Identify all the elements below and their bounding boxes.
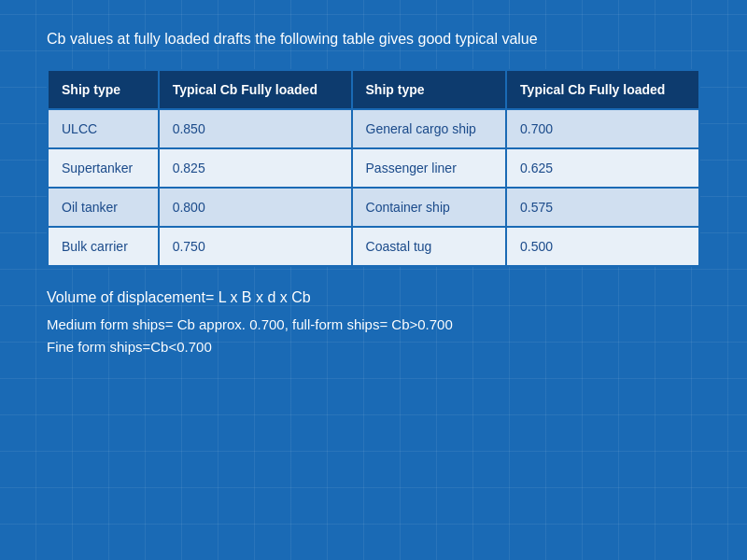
cell-cb1: 0.750 <box>159 227 352 266</box>
col-header-ship-type-1: Ship type <box>48 70 159 109</box>
displacement-formula: Volume of displacement= L x B x d x Cb <box>47 286 700 310</box>
cell-ship1: Bulk carrier <box>48 227 159 266</box>
cb-values-table: Ship type Typical Cb Fully loaded Ship t… <box>47 69 700 267</box>
intro-text: Cb values at fully loaded drafts the fol… <box>47 28 700 50</box>
footer-text: Volume of displacement= L x B x d x Cb M… <box>47 286 700 358</box>
cell-ship2: Coastal tug <box>352 227 507 266</box>
main-content: Cb values at fully loaded drafts the fol… <box>0 0 747 377</box>
table-row: Supertanker0.825Passenger liner0.625 <box>48 148 699 188</box>
intro-label: Cb values at fully loaded drafts the fol… <box>47 31 538 47</box>
table-row: ULCC0.850General cargo ship0.700 <box>48 109 699 148</box>
cell-ship2: Passenger liner <box>352 148 507 188</box>
cell-ship1: Supertanker <box>48 148 159 188</box>
cell-cb2: 0.500 <box>506 227 699 266</box>
col-header-cb-2: Typical Cb Fully loaded <box>506 70 699 109</box>
cell-cb1: 0.800 <box>159 188 352 227</box>
cell-cb1: 0.850 <box>159 109 352 148</box>
table-header-row: Ship type Typical Cb Fully loaded Ship t… <box>48 70 699 109</box>
cell-cb1: 0.825 <box>159 148 352 188</box>
cell-cb2: 0.700 <box>506 109 699 148</box>
cell-cb2: 0.625 <box>506 148 699 188</box>
medium-form-text: Medium form ships= Cb approx. 0.700, ful… <box>47 314 700 336</box>
cell-ship2: Container ship <box>352 188 507 227</box>
col-header-ship-type-2: Ship type <box>352 70 507 109</box>
table-row: Bulk carrier0.750Coastal tug0.500 <box>48 227 699 266</box>
cell-cb2: 0.575 <box>506 188 699 227</box>
cell-ship2: General cargo ship <box>352 109 507 148</box>
cell-ship1: Oil tanker <box>48 188 159 227</box>
cell-ship1: ULCC <box>48 109 159 148</box>
table-row: Oil tanker0.800Container ship0.575 <box>48 188 699 227</box>
fine-form-text: Fine form ships=Cb<0.700 <box>47 336 700 358</box>
col-header-cb-1: Typical Cb Fully loaded <box>159 70 352 109</box>
